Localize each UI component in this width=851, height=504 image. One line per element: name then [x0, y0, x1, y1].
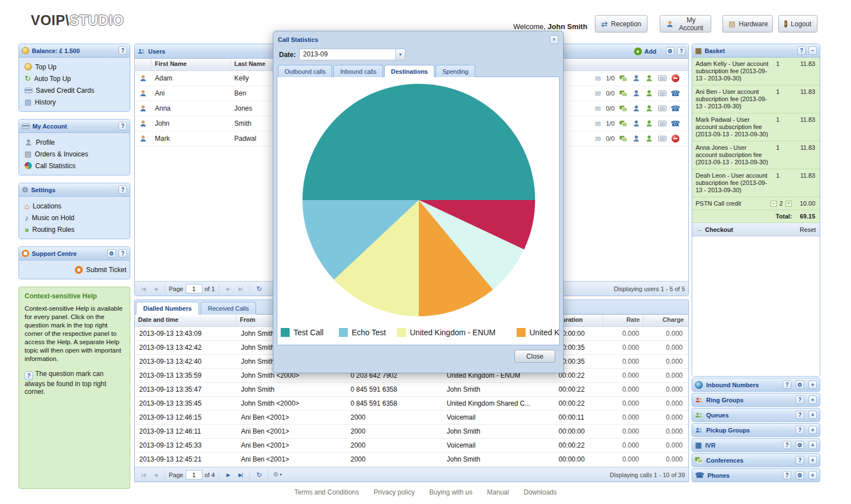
chat-icon[interactable]	[620, 136, 627, 142]
tab-inbound-calls[interactable]: Inbound calls	[333, 65, 383, 77]
reception-button[interactable]: ⇄ Reception	[595, 15, 647, 32]
column-header-first-name[interactable]: First Name	[152, 59, 231, 70]
logout-button[interactable]: Logout	[778, 15, 817, 32]
column-header-charge[interactable]: Charge	[644, 315, 687, 326]
footer-link[interactable]: Manual	[487, 488, 509, 496]
last-page-button[interactable]: ▶|	[235, 470, 245, 480]
gear-button[interactable]: ⚙	[796, 471, 804, 479]
footer-link[interactable]: Terms and Conditions	[294, 488, 359, 496]
first-page-button[interactable]: |◀	[138, 470, 148, 480]
sidebar-item-locations[interactable]: ⌂Locations	[19, 200, 130, 212]
my-account-button[interactable]: My Account	[660, 15, 711, 32]
add-button[interactable]: +	[809, 411, 817, 419]
help-button[interactable]: ?	[796, 396, 804, 404]
panel-conferences[interactable]: Conferences ? +	[692, 453, 820, 467]
chat-icon[interactable]	[620, 91, 627, 97]
gear-button[interactable]: ⚙	[666, 47, 674, 55]
help-button[interactable]: ?	[783, 381, 791, 389]
sidebar-item-top-up[interactable]: Top Up	[19, 61, 130, 73]
footer-link[interactable]: Privacy policy	[374, 488, 414, 496]
help-button[interactable]: ?	[783, 471, 791, 479]
gear-button[interactable]: ⚙	[796, 381, 804, 389]
help-button[interactable]: ?	[796, 426, 804, 434]
tab-dialled-numbers[interactable]: Dialled Numbers	[136, 302, 199, 315]
sidebar-item-history[interactable]: ▤History	[19, 96, 130, 108]
phone-status-icon[interactable]	[672, 135, 679, 142]
sidebar-item-orders-invoices[interactable]: ▤Orders & Invoices	[19, 148, 130, 160]
chat-icon[interactable]	[620, 75, 627, 82]
tab-destinations[interactable]: Destinations	[384, 65, 434, 77]
call-row[interactable]: 2013-09-13 12:46:11 Ani Ben <2001> 2000 …	[135, 425, 688, 439]
footer-link[interactable]: Downloads	[523, 488, 556, 496]
hardware-button[interactable]: ▤ Hardware	[722, 15, 773, 32]
panel-phones[interactable]: ☎ Phones ? ⚙ +	[692, 468, 820, 482]
contact-icon[interactable]	[632, 120, 640, 127]
contact-icon[interactable]	[632, 74, 640, 82]
user-forward-icon[interactable]	[645, 89, 653, 97]
next-page-button[interactable]: ▶	[223, 284, 233, 294]
add-button[interactable]: +	[809, 471, 817, 479]
add-button[interactable]: +	[809, 396, 817, 404]
chevron-down-icon[interactable]: ▼	[395, 49, 405, 60]
help-button[interactable]: ?	[783, 441, 791, 449]
add-button[interactable]: +	[809, 426, 817, 434]
page-input[interactable]	[186, 284, 202, 293]
qty-increase-button[interactable]: +	[786, 201, 792, 207]
help-button[interactable]: ?	[796, 411, 804, 419]
sidebar-item-music-on-hold[interactable]: ♪Music on Hold	[19, 212, 130, 224]
help-button[interactable]: ?	[677, 47, 685, 55]
tab-spending[interactable]: Spending	[436, 65, 475, 77]
pager-options-button[interactable]: ⚙▾	[272, 470, 282, 480]
voicemail-icon[interactable]	[658, 75, 666, 81]
qty-decrease-button[interactable]: −	[770, 201, 777, 207]
prev-page-button[interactable]: ◀	[150, 470, 160, 480]
voicemail-icon[interactable]	[658, 91, 666, 96]
next-page-button[interactable]: ▶	[223, 470, 233, 480]
sidebar-item-auto-top-up[interactable]: ↻Auto Top Up	[19, 73, 130, 84]
reset-button[interactable]: Reset	[800, 226, 816, 233]
sidebar-item-routing-rules[interactable]: »Routing Rules	[19, 224, 130, 235]
panel-inbound-numbers[interactable]: Inbound Numbers ? ⚙ +	[692, 378, 820, 392]
chat-icon[interactable]	[620, 106, 627, 112]
footer-link[interactable]: Buying with us	[429, 488, 472, 496]
contact-icon[interactable]	[632, 104, 640, 112]
contact-icon[interactable]	[632, 135, 640, 142]
dialog-titlebar[interactable]: Call Statistics ×	[277, 33, 560, 46]
column-header-rate[interactable]: Rate	[603, 315, 644, 326]
user-forward-icon[interactable]	[645, 135, 653, 142]
call-row[interactable]: 2013-09-13 13:35:45 John Smith <2000> 0 …	[135, 397, 688, 411]
sidebar-item-saved-credit-cards[interactable]: Saved Credit Cards	[19, 84, 130, 96]
submit-ticket-link[interactable]: Submit Ticket	[19, 264, 130, 275]
refresh-button[interactable]: ↻	[254, 470, 264, 480]
sidebar-item-call-statistics[interactable]: Call Statistics	[19, 160, 130, 172]
add-user-button[interactable]: + Add	[634, 47, 656, 55]
column-header-date[interactable]: Date and time	[135, 315, 237, 326]
first-page-button[interactable]: |◀	[138, 284, 148, 294]
panel-ring-groups[interactable]: Ring Groups ? +	[692, 393, 820, 407]
basket-credit-row[interactable]: PSTN Call credit − 2 + 10.00	[692, 197, 820, 210]
voicemail-icon[interactable]	[658, 136, 666, 141]
date-select[interactable]: 2013-09 ▼	[299, 49, 405, 60]
page-input[interactable]	[186, 470, 202, 479]
add-button[interactable]: +	[809, 381, 817, 389]
basket-item[interactable]: Anna Jones - User account subscription f…	[692, 141, 820, 169]
help-button[interactable]: ?	[119, 46, 127, 55]
gear-button[interactable]: ⚙	[796, 441, 804, 449]
basket-item[interactable]: Mark Padwal - User account subscription …	[692, 113, 820, 141]
help-button[interactable]: ?	[119, 122, 127, 130]
call-row[interactable]: 2013-09-13 13:35:47 John Smith 0 845 591…	[135, 383, 688, 397]
checkout-button[interactable]: Checkout	[705, 226, 733, 233]
add-button[interactable]: +	[809, 441, 817, 449]
prev-page-button[interactable]: ◀	[150, 284, 160, 294]
tab-outbound-calls[interactable]: Outbound calls	[278, 65, 332, 77]
close-icon[interactable]: ×	[550, 35, 559, 44]
basket-item[interactable]: Adam Kelly - User account subscription f…	[692, 58, 820, 85]
chat-icon[interactable]	[620, 121, 627, 127]
add-button[interactable]: +	[809, 456, 817, 464]
gear-button[interactable]: ⚙	[107, 249, 116, 258]
basket-item[interactable]: Deah Leon - User account subscription fe…	[692, 169, 820, 197]
basket-item[interactable]: Ani Ben - User account subscription fee …	[692, 85, 820, 113]
refresh-button[interactable]: ↻	[254, 284, 264, 294]
call-row[interactable]: 2013-09-13 12:45:33 Ani Ben <2001> 2000 …	[135, 439, 688, 453]
call-row[interactable]: 2013-09-13 12:45:21 Ani Ben <2001> 2000 …	[135, 453, 688, 467]
